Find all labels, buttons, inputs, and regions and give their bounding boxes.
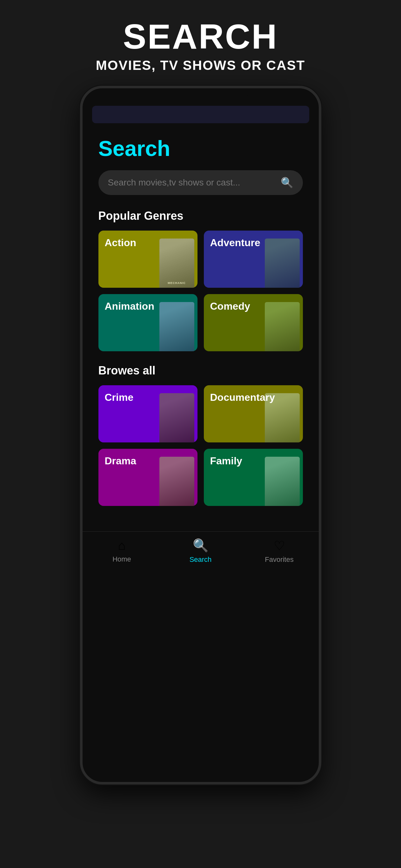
home-icon: ⌂	[118, 538, 125, 553]
genre-poster-drama	[159, 457, 194, 506]
search-input[interactable]	[108, 178, 276, 188]
nav-item-search[interactable]: 🔍 Search	[161, 538, 240, 564]
genre-card-crime[interactable]: Crime	[98, 385, 197, 442]
header-subtitle: MOVIES, TV SHOWS OR CAST	[13, 58, 388, 73]
genre-poster-comedy	[265, 302, 300, 351]
phone-notch	[153, 88, 248, 99]
favorites-icon: ♡	[274, 538, 285, 553]
nav-item-home[interactable]: ⌂ Home	[83, 538, 161, 563]
nav-label-home: Home	[113, 555, 131, 563]
browse-all-grid: Crime Documentary Drama Family	[98, 385, 303, 506]
genre-poster-family	[265, 457, 300, 506]
genre-card-action[interactable]: Action	[98, 230, 197, 288]
page-title: Search	[98, 136, 303, 161]
phone-mockup: Search 🔍 Popular Genres Action Adventure…	[80, 86, 321, 784]
nav-label-search: Search	[189, 556, 212, 564]
genre-card-adventure[interactable]: Adventure	[204, 230, 303, 288]
genre-label-crime: Crime	[105, 392, 134, 403]
phone-top-bar	[92, 106, 309, 123]
genre-label-drama: Drama	[105, 455, 136, 467]
genre-card-drama[interactable]: Drama	[98, 449, 197, 506]
genre-poster-crime	[159, 393, 194, 442]
genre-label-animation: Animation	[105, 301, 154, 312]
search-nav-icon: 🔍	[193, 538, 209, 553]
nav-label-favorites: Favorites	[265, 556, 294, 564]
genre-card-family[interactable]: Family	[204, 449, 303, 506]
search-icon: 🔍	[281, 177, 294, 189]
genre-label-adventure: Adventure	[210, 237, 260, 249]
nav-item-favorites[interactable]: ♡ Favorites	[240, 538, 319, 564]
popular-genres-grid: Action Adventure Animation Comedy	[98, 230, 303, 351]
genre-card-documentary[interactable]: Documentary	[204, 385, 303, 442]
genre-label-documentary: Documentary	[210, 392, 275, 403]
search-bar[interactable]: 🔍	[98, 170, 303, 195]
genre-poster-adventure	[265, 239, 300, 288]
genre-poster-action	[159, 239, 194, 288]
browse-all-title: Browes all	[98, 364, 303, 377]
bottom-nav: ⌂ Home 🔍 Search ♡ Favorites	[83, 531, 319, 573]
phone-content: Search 🔍 Popular Genres Action Adventure…	[83, 123, 319, 531]
browse-all-section: Browes all Crime Documentary Drama Famil…	[98, 364, 303, 506]
genre-card-animation[interactable]: Animation	[98, 294, 197, 351]
popular-genres-section: Popular Genres Action Adventure Animatio…	[98, 209, 303, 351]
genre-label-comedy: Comedy	[210, 301, 250, 312]
genre-poster-animation	[159, 302, 194, 351]
genre-label-action: Action	[105, 237, 136, 249]
popular-genres-title: Popular Genres	[98, 209, 303, 223]
header-section: SEARCH MOVIES, TV SHOWS OR CAST	[0, 0, 401, 86]
genre-label-family: Family	[210, 455, 242, 467]
genre-card-comedy[interactable]: Comedy	[204, 294, 303, 351]
header-title: SEARCH	[13, 19, 388, 54]
